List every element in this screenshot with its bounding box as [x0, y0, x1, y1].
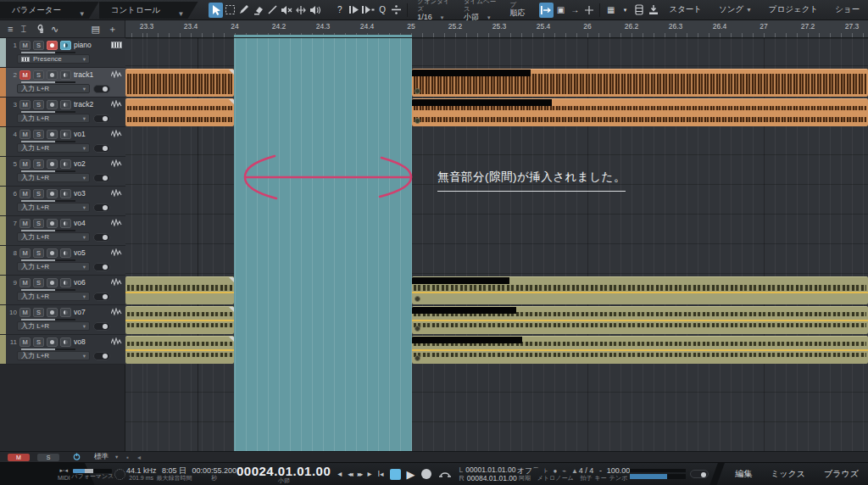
grid-caret-button[interactable]: ▾	[618, 3, 632, 18]
automation-icon[interactable]: ∿	[51, 24, 58, 35]
volume-slider[interactable]	[21, 348, 75, 350]
record-arm-button[interactable]	[47, 278, 58, 287]
next-bar-button[interactable]: ▸	[367, 469, 371, 479]
solo-button[interactable]: S	[33, 159, 44, 169]
play-from-marker-button[interactable]	[347, 3, 361, 18]
monitor-button[interactable]	[60, 308, 71, 317]
track-row-vo2[interactable]: 5MSvo2入力 L+R▾	[0, 157, 125, 187]
track-row-vo8[interactable]: 11MSvo8入力 L+R▾	[0, 335, 125, 365]
show-page-button[interactable]: ショー	[826, 4, 868, 15]
arrow-tool-button[interactable]	[209, 3, 223, 18]
record-arm-button[interactable]	[47, 308, 58, 317]
inserted-gap-region[interactable]	[234, 38, 412, 451]
input-select[interactable]: 入力 L+R▾	[17, 173, 90, 182]
input-select[interactable]: 入力 L+R▾	[17, 143, 90, 153]
range-tool-button[interactable]	[223, 3, 237, 18]
play-button[interactable]: ▶	[407, 468, 415, 481]
footer-prev-icon[interactable]: ◂	[137, 454, 141, 461]
split-circle-button[interactable]	[390, 3, 404, 18]
solo-button[interactable]: S	[33, 100, 44, 109]
listen-tool-button[interactable]	[308, 3, 322, 18]
rewind-button[interactable]: ◂◂	[348, 469, 352, 479]
metronome-beat-icon[interactable]: ▲	[571, 467, 578, 475]
input-select[interactable]: 入力 L+R▾	[17, 292, 90, 301]
add-track-button[interactable]: ＋	[108, 23, 117, 36]
footer-misc-icon[interactable]: ▪	[126, 454, 129, 461]
help-button[interactable]: ?	[332, 3, 347, 18]
input-toggle[interactable]	[93, 263, 110, 271]
input-toggle[interactable]	[93, 174, 110, 182]
volume-slider[interactable]	[21, 259, 75, 261]
solo-button[interactable]: S	[33, 337, 44, 347]
audio-clip-track1[interactable]	[412, 69, 868, 97]
monitor-button[interactable]	[60, 130, 71, 139]
solo-button[interactable]: S	[33, 219, 44, 228]
record-arm-button[interactable]	[47, 100, 58, 109]
record-arm-button[interactable]	[47, 219, 58, 228]
mute-button[interactable]: M	[19, 130, 31, 139]
track-menu-icon[interactable]: ≡	[8, 24, 13, 34]
audio-clip-track2[interactable]	[125, 98, 234, 126]
audio-clip-vo6[interactable]	[412, 276, 868, 304]
clip-mute-icon[interactable]	[415, 326, 420, 332]
audio-clip-vo7[interactable]	[412, 306, 868, 334]
arrange-view[interactable]: 無音部分(隙間)が挿入されました。	[125, 38, 868, 451]
metronome-dot-icon[interactable]: ●	[553, 467, 557, 475]
audio-clip-vo6[interactable]	[125, 276, 234, 304]
position-display[interactable]: 00024.01.01.00 小節	[236, 463, 331, 485]
return-to-start-button[interactable]: Ⅰ◂	[377, 469, 383, 479]
mute-button[interactable]: M	[19, 189, 31, 198]
record-arm-button[interactable]	[47, 159, 58, 169]
parameter-dropdown[interactable]: パラメーター ▼	[0, 2, 99, 19]
audio-clip-vo8[interactable]	[125, 336, 234, 364]
fast-forward-button[interactable]: ▸▸	[358, 469, 362, 479]
loop-button[interactable]	[437, 469, 453, 480]
browse-page-button[interactable]: ブラウズ	[815, 468, 868, 480]
loop-locators[interactable]: L00001.01.01.00 R00084.01.01.00	[459, 463, 517, 485]
volume-slider[interactable]	[21, 141, 75, 142]
timeline-ruler[interactable]: 23.323.42424.224.324.42525.225.325.42626…	[125, 20, 868, 38]
seconds-display[interactable]: 00:00:55.200 秒	[192, 463, 236, 485]
monitor-button[interactable]	[60, 159, 71, 169]
power-button[interactable]	[73, 453, 81, 462]
prev-bar-button[interactable]: ◂	[337, 469, 342, 479]
input-select[interactable]: 入力 L+R▾	[17, 114, 90, 123]
control-dropdown[interactable]: コントロール ▼	[99, 2, 198, 19]
inspector-icon[interactable]: ⌶	[20, 24, 26, 35]
track-row-vo3[interactable]: 6MSvo3入力 L+R▾	[0, 187, 125, 216]
record-arm-button[interactable]	[47, 130, 58, 139]
audio-clip-track2[interactable]	[412, 98, 868, 126]
mix-page-button[interactable]: ミックス	[761, 468, 815, 480]
track-row-vo6[interactable]: 9MSvo6入力 L+R▾	[0, 276, 125, 305]
input-toggle[interactable]	[93, 144, 110, 153]
solo-button[interactable]: S	[33, 41, 44, 50]
volume-slider[interactable]	[21, 289, 75, 291]
volume-slider[interactable]	[21, 230, 75, 231]
track-row-track2[interactable]: 3MStrack2入力 L+R▾	[0, 98, 125, 127]
edit-page-button[interactable]: 編集	[726, 468, 761, 480]
record-button[interactable]	[421, 469, 431, 479]
mute-button[interactable]: M	[19, 41, 31, 50]
solo-button[interactable]: S	[33, 308, 44, 317]
track-list-icon[interactable]: ▤	[92, 24, 100, 35]
track-row-vo5[interactable]: 8MSvo5入力 L+R▾	[0, 246, 125, 276]
record-arm-button[interactable]	[47, 337, 58, 347]
audio-clip-track1[interactable]	[125, 69, 234, 97]
monitor-button[interactable]	[60, 41, 71, 50]
mute-button[interactable]: M	[19, 337, 31, 347]
input-toggle[interactable]	[93, 352, 110, 360]
solo-button[interactable]: S	[33, 189, 44, 198]
key-display[interactable]: - キー	[594, 463, 607, 485]
volume-slider[interactable]	[21, 52, 75, 53]
global-solo-button[interactable]: S	[37, 454, 59, 461]
monitor-button[interactable]	[60, 278, 71, 287]
track-row-track1[interactable]: 2MStrack1入力 L+R▾	[0, 68, 125, 98]
precount-icon[interactable]: ⌒	[532, 467, 539, 475]
track-row-vo4[interactable]: 7MSvo4入力 L+R▾	[0, 216, 125, 246]
performance-meter[interactable]: パフォーマンス	[71, 463, 114, 485]
input-select[interactable]: Presence▾	[17, 54, 90, 64]
global-mute-button[interactable]: M	[8, 454, 30, 461]
project-page-button[interactable]: プロジェクト	[760, 4, 826, 15]
sync-display[interactable]: オフ 同期	[517, 463, 532, 485]
mute-button[interactable]: M	[19, 278, 31, 287]
